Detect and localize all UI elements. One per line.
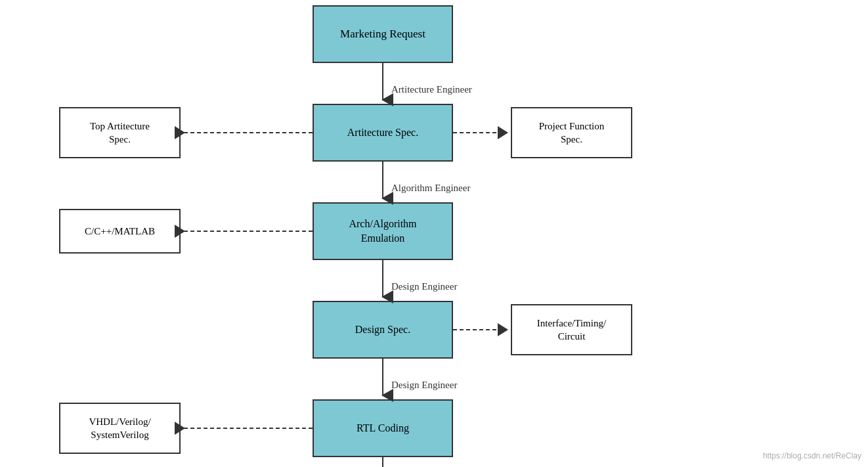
architecture-spec-box: Artitecture Spec. <box>313 104 453 162</box>
marketing-request-box: Marketing Request <box>313 5 453 63</box>
algorithm-engineer-label: Algorithm Engineer <box>391 183 470 194</box>
watermark: https://blog.csdn.net/ReClay <box>763 451 861 460</box>
interface-timing-box: Interface/Timing/Circuit <box>511 304 632 355</box>
arch-algorithm-box: Arch/AlgorithmEmulation <box>313 202 453 260</box>
design-engineer-2-label: Design Engineer <box>391 380 457 391</box>
design-spec-box: Design Spec. <box>313 301 453 359</box>
diagram-container: Marketing Request Artitecture Spec. Top … <box>0 0 868 467</box>
architecture-engineer-label: Artitecture Engineer <box>391 84 472 95</box>
design-engineer-1-label: Design Engineer <box>391 281 457 292</box>
top-architecture-spec-box: Top ArtitectureSpec. <box>59 107 181 158</box>
vhdl-verilog-box: VHDL/Verilog/SystemVerilog <box>59 403 181 454</box>
project-function-spec-box: Project FunctionSpec. <box>511 107 632 158</box>
c-cpp-matlab-box: C/C++/MATLAB <box>59 209 181 254</box>
rtl-coding-box: RTL Coding <box>313 399 453 457</box>
